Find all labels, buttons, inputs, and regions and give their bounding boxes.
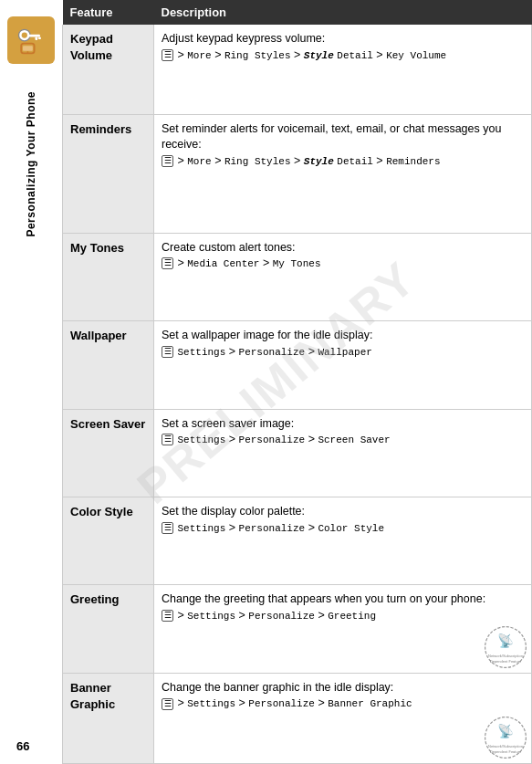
svg-point-7 [27, 51, 29, 53]
menu-icon: ☰ [162, 346, 173, 358]
description-cell: Set the display color palette:☰ Settings… [154, 497, 532, 585]
description-cell: Set reminder alerts for voicemail, text,… [154, 114, 532, 233]
description-cell: Set a screen saver image:☰ Settings > Pe… [154, 409, 532, 497]
feature-cell: Keypad Volume [63, 25, 154, 114]
menu-path-item: Ring Styles [224, 156, 291, 167]
svg-rect-2 [28, 35, 40, 37]
menu-path-item: Settings [177, 523, 225, 534]
menu-icon: ☰ [162, 698, 173, 710]
description-cell: Change the greeting that appears when yo… [154, 585, 532, 673]
sidebar-title: Personalizing Your Phone [25, 91, 37, 237]
description-text: Change the greeting that appears when yo… [162, 592, 485, 605]
description-text: Change the banner graphic in the idle di… [162, 681, 393, 694]
feature-cell: Greeting [63, 585, 154, 673]
svg-text:Dependent Feature: Dependent Feature [490, 659, 522, 664]
menu-icon: ☰ [162, 155, 173, 167]
table-row: Screen SaverSet a screen saver image:☰ S… [63, 409, 532, 497]
menu-path-item: Detail [337, 156, 373, 167]
menu-path-item: My Tones [273, 258, 321, 269]
svg-rect-6 [23, 46, 33, 50]
svg-text:Dependent Feature: Dependent Feature [490, 749, 522, 754]
feature-cell: Reminders [63, 114, 154, 233]
menu-path-item: Greeting [328, 611, 376, 622]
menu-path-item: Key Volume [386, 50, 446, 61]
menu-path-item: Detail [337, 50, 373, 61]
description-text: Create custom alert tones: [162, 241, 296, 254]
feature-cell: Screen Saver [63, 409, 154, 497]
svg-text:Network/Subscription: Network/Subscription [488, 654, 523, 658]
menu-icon: ☰ [162, 257, 173, 269]
menu-path-item: Screen Saver [318, 434, 390, 445]
menu-icon: ☰ [162, 49, 173, 61]
table-row: Keypad VolumeAdjust keypad keypress volu… [63, 25, 532, 114]
col-header-feature: Feature [63, 0, 154, 25]
table-row: RemindersSet reminder alerts for voicema… [63, 114, 532, 233]
description-text: Set a wallpaper image for the idle displ… [162, 329, 372, 341]
feature-cell: Wallpaper [63, 321, 154, 409]
table-row: Color StyleSet the display color palette… [63, 497, 532, 585]
svg-rect-4 [38, 37, 41, 39]
menu-path-item: Personalize [239, 523, 306, 534]
feature-cell: Banner Graphic [63, 673, 154, 763]
sidebar: Personalizing Your Phone 66 [0, 0, 62, 764]
menu-path-styled: Style [304, 50, 334, 61]
menu-path-item: Personalize [239, 434, 306, 445]
page-wrapper: Personalizing Your Phone 66 PRELIMINARY … [0, 0, 532, 764]
description-text: Set a screen saver image: [162, 417, 294, 430]
description-text: Set the display color palette: [162, 505, 305, 518]
svg-rect-3 [36, 37, 38, 40]
menu-path-item: Settings [177, 434, 225, 445]
sidebar-icon [7, 16, 55, 64]
menu-path-item: Personalize [248, 611, 315, 622]
menu-path-item: Settings [187, 611, 235, 622]
description-text: Set reminder alerts for voicemail, text,… [162, 122, 501, 152]
menu-path-item: Settings [187, 698, 235, 709]
menu-path-item: Ring Styles [224, 50, 291, 61]
description-cell: Create custom alert tones:☰ > Media Cent… [154, 233, 532, 320]
keys-icon [15, 24, 47, 57]
features-table: Feature Description Keypad VolumeAdjust … [62, 0, 532, 764]
table-row: My TonesCreate custom alert tones:☰ > Me… [63, 233, 532, 320]
menu-icon: ☰ [162, 610, 173, 622]
menu-path-item: Settings [177, 347, 225, 358]
page-number: 66 [16, 739, 29, 753]
description-cell: Change the banner graphic in the idle di… [154, 673, 532, 763]
menu-path-item: Wallpaper [318, 347, 371, 358]
svg-text:Network/Subscription: Network/Subscription [488, 744, 523, 748]
feature-cell: My Tones [63, 233, 154, 320]
svg-text:📡: 📡 [497, 723, 514, 739]
network-subscription-badge: 📡Network/SubscriptionDependent Feature [484, 625, 527, 669]
menu-path-item: Reminders [386, 156, 440, 167]
menu-icon: ☰ [162, 522, 173, 534]
table-row: WallpaperSet a wallpaper image for the i… [63, 321, 532, 409]
svg-point-1 [22, 32, 27, 37]
description-cell: Set a wallpaper image for the idle displ… [154, 321, 532, 409]
feature-cell: Color Style [63, 497, 154, 585]
description-cell: Adjust keypad keypress volume:☰ > More >… [154, 25, 532, 114]
menu-path-item: Media Center [187, 258, 259, 269]
menu-path-item: More [187, 156, 211, 167]
col-header-description: Description [154, 0, 532, 25]
svg-text:📡: 📡 [497, 633, 514, 649]
menu-path-item: More [187, 50, 211, 61]
table-row: Banner GraphicChange the banner graphic … [63, 673, 532, 763]
menu-path-item: Color Style [318, 523, 384, 534]
menu-path-styled: Style [304, 156, 334, 167]
description-text: Adjust keypad keypress volume: [162, 32, 325, 45]
main-content: PRELIMINARY Feature Description Keypad V… [62, 0, 532, 764]
menu-path-item: Personalize [239, 347, 306, 358]
menu-path-item: Personalize [248, 698, 315, 709]
menu-icon: ☰ [162, 434, 173, 445]
table-row: GreetingChange the greeting that appears… [63, 585, 532, 673]
menu-path-item: Banner Graphic [328, 698, 412, 709]
network-subscription-badge: 📡Network/SubscriptionDependent Feature [484, 716, 527, 759]
